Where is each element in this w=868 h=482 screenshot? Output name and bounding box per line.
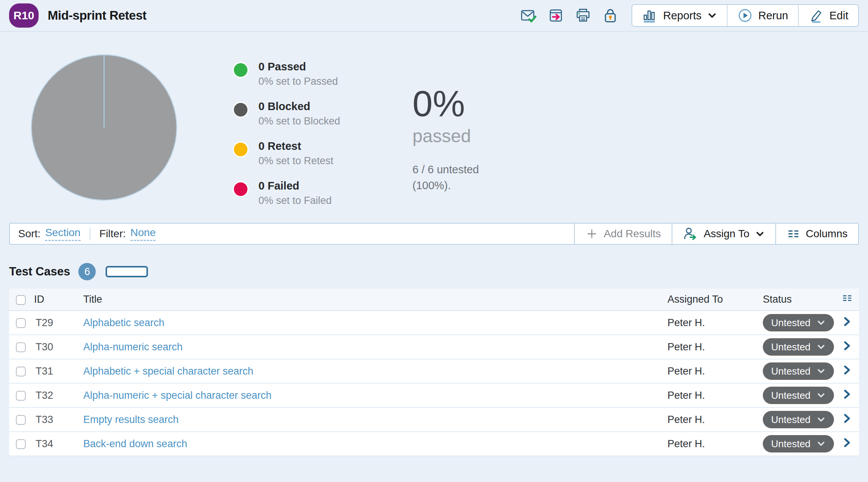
status-legend: 0 Passed 0% set to Passed 0 Blocked 0% s… [233,54,369,207]
bar-chart-icon [642,8,657,23]
legend-label: 0 Passed [258,61,338,73]
case-count-badge: 6 [78,263,96,280]
case-title-link[interactable]: Alphabetic + special character search [83,365,254,377]
assigned-to: Peter H. [661,311,755,335]
run-id-badge: R10 [9,3,39,28]
select-all-checkbox[interactable] [16,295,26,305]
untested-note: 6 / 6 untested (100%). [412,162,479,193]
reports-button[interactable]: Reports [632,5,727,26]
export-icon [548,7,564,24]
pencil-icon [809,8,824,23]
lock-button[interactable] [602,7,619,24]
row-checkbox[interactable] [16,367,26,376]
table-row[interactable]: T30 Alpha-numeric search Peter H. Untest… [9,335,859,359]
pass-percent-label: passed [412,126,479,146]
page-header: R10 Mid-sprint Retest [0,0,868,32]
add-results-label: Add Results [604,228,661,240]
legend-subtext: 0% set to Blocked [258,115,340,127]
row-checkbox[interactable] [16,342,26,352]
case-title-link[interactable]: Alpha-numeric + special character search [83,390,271,401]
row-checkbox[interactable] [16,439,26,449]
assign-to-button[interactable]: Assign To [672,224,775,244]
status-label: Untested [771,317,810,329]
print-button[interactable] [575,7,591,24]
case-id: T29 [34,311,83,335]
filter-value-link[interactable]: None [131,227,156,241]
table-row[interactable]: T29 Alphabetic search Peter H. Untested [9,311,859,335]
add-results-button[interactable]: Add Results [574,224,672,244]
group-columns-icon[interactable] [842,292,853,304]
legend-item: 0 Failed 0% set to Failed [233,180,369,207]
chevron-down-icon [817,391,826,400]
legend-item: 0 Retest 0% set to Retest [233,140,369,167]
chevron-down-icon [817,342,826,351]
row-checkbox[interactable] [16,391,26,401]
status-dropdown[interactable]: Untested [763,387,834,404]
case-title-link[interactable]: Empty results search [83,414,179,425]
email-results-button[interactable] [520,7,537,24]
status-dropdown[interactable]: Untested [763,338,834,356]
legend-dot [233,181,249,197]
columns-icon [787,227,800,241]
page-title: Mid-sprint Retest [48,8,146,23]
reports-label: Reports [663,9,702,22]
assign-to-label: Assign To [704,228,750,240]
assigned-to: Peter H. [661,432,755,456]
legend-subtext: 0% set to Retest [258,155,333,167]
status-label: Untested [771,341,810,353]
table-row[interactable]: T33 Empty results search Peter H. Untest… [9,407,859,432]
row-checkbox[interactable] [16,415,26,425]
open-case-chevron-icon[interactable] [842,316,852,327]
assigned-to: Peter H. [661,383,755,407]
open-case-chevron-icon[interactable] [842,437,852,448]
table-row[interactable]: T34 Back-end down search Peter H. Untest… [9,432,859,456]
open-case-chevron-icon[interactable] [842,413,852,424]
case-id: T32 [34,383,83,407]
chevron-down-icon [755,229,765,239]
play-circle-icon [737,8,753,23]
sort-value-link[interactable]: Section [45,227,80,241]
status-pie-chart [30,54,178,201]
export-button[interactable] [548,7,564,24]
columns-button[interactable]: Columns [775,224,858,244]
sort-label: Sort: [18,228,40,240]
header-actions: Reports Rerun Edit [520,4,859,27]
table-row[interactable]: T32 Alpha-numeric + special character se… [9,383,859,407]
case-title-link[interactable]: Alpha-numeric search [83,341,183,353]
edit-label: Edit [829,9,848,22]
legend-dot [233,141,249,157]
open-case-chevron-icon[interactable] [842,365,852,375]
header-assigned-to: Assigned To [661,289,755,311]
status-dropdown[interactable]: Untested [763,435,834,452]
chevron-down-icon [817,318,826,327]
edit-button[interactable]: Edit [798,5,858,26]
open-case-chevron-icon[interactable] [842,389,852,400]
table-row[interactable]: T31 Alphabetic + special character searc… [9,359,859,383]
open-case-chevron-icon[interactable] [842,341,852,351]
status-dropdown[interactable]: Untested [763,362,834,380]
row-checkbox[interactable] [16,318,26,328]
legend-label: 0 Retest [258,140,333,152]
case-id: T30 [34,335,83,359]
case-title-link[interactable]: Back-end down search [83,438,187,449]
status-label: Untested [771,414,810,426]
filter-label: Filter: [100,228,126,240]
table-header-row: ID Title Assigned To Status [9,289,859,311]
header-title: Title [83,289,661,311]
status-dropdown[interactable]: Untested [763,411,834,428]
legend-subtext: 0% set to Passed [258,76,338,87]
rerun-label: Rerun [758,9,788,22]
legend-label: 0 Failed [258,180,332,192]
rerun-button[interactable]: Rerun [727,5,798,26]
status-label: Untested [771,365,810,377]
status-label: Untested [771,438,810,450]
status-dropdown[interactable]: Untested [763,314,834,331]
test-cases-table: ID Title Assigned To Status T29 Alphabet… [9,289,859,456]
pass-rate-summary: 0% passed 6 / 6 untested (100%). [412,54,479,193]
pass-percent: 0% [412,86,479,122]
case-title-link[interactable]: Alphabetic search [83,317,165,328]
test-cases-section-head: Test Cases 6 [9,263,859,280]
header-id: ID [34,289,83,311]
case-id: T34 [34,432,83,456]
columns-label: Columns [806,228,848,240]
